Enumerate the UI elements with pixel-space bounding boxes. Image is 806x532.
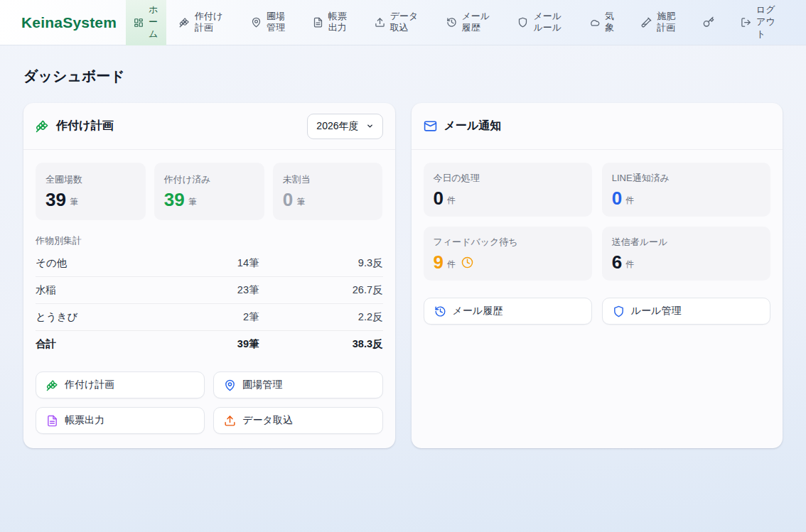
stat-tile-line-notified: LINE通知済み 0件 [602,163,770,217]
button-label: ルール管理 [631,305,682,317]
planting-quick-actions: 作付け計画 圃場管理 帳票出力 データ取込 [36,371,383,434]
nav-item-label: 作付け計画 [195,11,225,35]
stat-label: 未割当 [283,173,373,186]
mail-card-body: 今日の処理 0件 LINE通知済み 0件 フィードバック待ち 9 件 [412,150,783,339]
nav-item-field-management[interactable]: 圃場管理 [251,11,286,35]
planting-plan-button[interactable]: 作付け計画 [36,371,205,398]
stat-tile-feedback-pending: フィードバック待ち 9 件 [424,227,592,281]
page-title: ダッシュボード [23,67,783,86]
stat-unit: 件 [625,259,634,271]
nav-item-data-import[interactable]: データ取込 [375,11,420,35]
field-management-button[interactable]: 圃場管理 [213,371,382,398]
key-icon [703,16,714,28]
rule-management-button[interactable]: ルール管理 [602,298,770,325]
test-tube-icon [641,17,652,28]
file-text-icon [313,17,323,28]
report-output-button[interactable]: 帳票出力 [36,407,205,434]
data-import-button[interactable]: データ取込 [213,407,382,434]
mail-history-button[interactable]: メール履歴 [424,298,592,325]
stat-unit: 件 [447,259,456,271]
button-label: データ取込 [242,414,293,427]
nav-item-mail-history[interactable]: メール履歴 [446,11,492,35]
table-total-row: 合計 39筆 38.3反 [36,331,383,357]
button-label: 帳票出力 [65,414,104,427]
card-title: メール通知 [444,119,502,134]
nav-item-home[interactable]: ホーム [126,0,166,45]
button-label: 作付け計画 [65,379,114,391]
stat-tile-unassigned: 未割当 0筆 [273,163,383,220]
crop-count: 14筆 [178,256,259,270]
wheat-icon [36,119,49,133]
stat-value: 6 [612,253,622,271]
nav-item-label: 気象 [605,11,615,35]
nav-rest: 作付け計画 圃場管理 帳票出力 データ取込 メール履歴 メールルール 気象 施 [166,4,806,40]
chevron-down-icon [366,122,374,130]
stat-value: 0 [283,190,293,209]
crop-area: 38.3反 [259,337,383,351]
stat-unit: 筆 [70,196,78,208]
stat-unit: 筆 [188,196,197,208]
stat-value: 39 [45,190,66,209]
nav-item-mail-rules[interactable]: メールルール [517,11,563,35]
nav-item-logout[interactable]: ログアウト [741,4,776,40]
stat-value: 0 [434,189,444,207]
nav-item-label: メール履歴 [462,11,492,35]
nav-item-label: データ取込 [390,11,420,35]
nav-item-label: 圃場管理 [267,11,286,35]
nav-item-planting-plan[interactable]: 作付け計画 [179,11,225,35]
year-select-value: 2026年度 [316,120,358,133]
crop-name: 水稲 [36,283,178,297]
dashboard-icon [134,18,144,28]
button-label: 圃場管理 [242,379,282,391]
mail-quick-actions: メール履歴 ルール管理 [424,298,771,325]
stat-tile-planted: 作付け済み 39筆 [154,163,264,220]
shield-icon [517,17,528,28]
wheat-icon [179,17,190,28]
history-icon [446,17,457,28]
table-row: その他 14筆 9.3反 [36,250,383,277]
nav-item-password-key[interactable] [703,16,714,28]
stat-unit: 件 [447,195,456,207]
crop-name: その他 [36,256,178,270]
crop-summary-label: 作物別集計 [36,234,383,247]
nav-item-weather[interactable]: 気象 [589,11,615,35]
stat-label: フィードバック待ち [434,236,582,249]
stat-tile-total-fields: 全圃場数 39筆 [36,163,146,220]
nav-item-report-output[interactable]: 帳票出力 [313,11,348,35]
nav-item-fertilizer-plan[interactable]: 施肥計画 [641,11,677,35]
file-text-icon [46,415,58,427]
upload-icon [224,415,236,427]
nav-item-label: 施肥計画 [657,11,677,35]
brand-logo: KeinaSystem [0,14,126,31]
planting-plan-card: 作付け計画 2026年度 全圃場数 39筆 作付け済み 39筆 [23,103,395,448]
nav-item-label: 帳票出力 [328,11,348,35]
upload-icon [375,17,385,28]
cloud-icon [589,17,600,28]
stat-value: 0 [612,189,622,207]
planting-card-body: 全圃場数 39筆 作付け済み 39筆 未割当 0筆 作物別集計 その [23,150,395,448]
cards-row: 作付け計画 2026年度 全圃場数 39筆 作付け済み 39筆 [23,103,783,448]
stat-label: LINE通知済み [612,172,761,185]
logout-icon [741,17,751,28]
main-content: ダッシュボード 作付け計画 2026年度 全圃場数 39筆 [0,67,806,448]
stat-value: 9 [434,253,444,271]
table-row: とうきび 2筆 2.2反 [36,304,383,331]
crop-area: 2.2反 [259,310,383,324]
crop-area: 9.3反 [259,256,383,270]
stat-value: 39 [164,190,185,209]
stat-label: 全圃場数 [45,173,136,186]
crop-count: 39筆 [178,337,259,351]
year-select[interactable]: 2026年度 [307,114,382,139]
table-row: 水稲 23筆 26.7反 [36,277,383,304]
shield-icon [613,305,625,317]
stat-unit: 筆 [296,196,305,208]
mail-icon [424,119,437,133]
clock-icon [461,256,473,268]
map-pin-icon [224,379,236,391]
crop-summary-table: その他 14筆 9.3反 水稲 23筆 26.7反 とうきび 2筆 2.2反 [36,250,383,357]
crop-name: とうきび [36,310,178,324]
crop-name: 合計 [36,337,178,351]
mail-notification-card: メール通知 今日の処理 0件 LINE通知済み 0件 フィードバック待ち [412,103,783,448]
top-nav: KeinaSystem ホーム 作付け計画 圃場管理 帳票出力 データ取込 メー… [0,0,806,45]
crop-count: 23筆 [178,283,259,297]
